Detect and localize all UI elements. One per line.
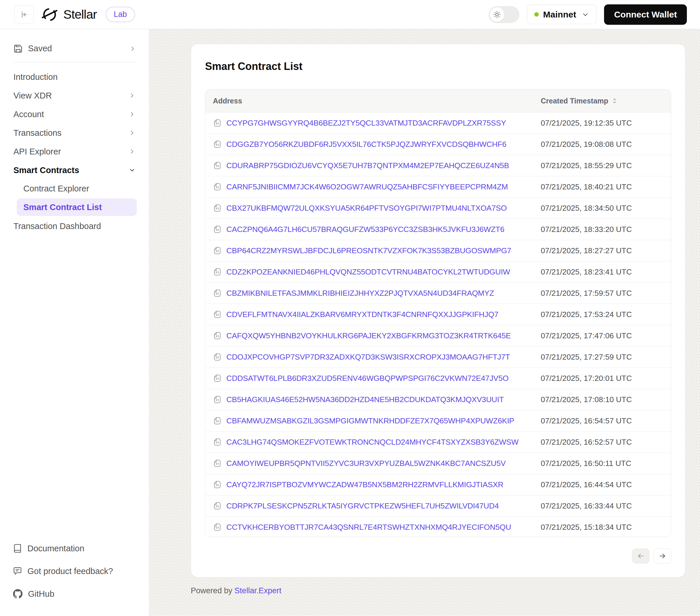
next-page-button[interactable] [654, 548, 671, 564]
sidebar-item-view-xdr[interactable]: View XDR [13, 86, 137, 105]
created-timestamp: 07/21/2025, 17:53:24 UTC [541, 310, 663, 319]
sidebar-item-saved[interactable]: Saved [13, 39, 137, 62]
sidebar-item-label: Smart Contract List [23, 203, 102, 212]
brand-logo[interactable]: Stellar Lab [42, 7, 135, 23]
documentation-link[interactable]: Documentation [13, 538, 137, 559]
created-timestamp: 07/21/2025, 17:59:57 UTC [541, 289, 663, 298]
contract-address-link[interactable]: CDRPK7PLSESKCPN5ZRLKTA5IYGRVCTPKEZW5HEFL… [226, 501, 499, 511]
sidebar-item-transactions[interactable]: Transactions [13, 124, 137, 142]
contract-address-link[interactable]: CDVEFLFMTNAVX4IIALZKBARV6MRYXTDNTK3F4CNR… [226, 310, 498, 319]
sidebar-item-contract-explorer[interactable]: Contract Explorer [13, 180, 137, 197]
created-timestamp: 07/21/2025, 17:08:10 UTC [541, 395, 663, 404]
table-row: CAMOYIWEUPBR5QPNTVII5ZYVC3UR3VXPYUZBAL5W… [205, 452, 671, 474]
stellar-expert-link[interactable]: Stellar.Expert [235, 586, 282, 595]
address-cell: CAC3LHG74QSMOKEZFVOTEWKTRONCNQCLD24MHYCF… [213, 438, 541, 447]
sidebar-item-smart-contracts[interactable]: Smart Contracts [13, 161, 137, 180]
contract-address-link[interactable]: CCYPG7GHWSGYYRQ4B6BEZJ2TY5QCL33VATMJTD3A… [226, 119, 506, 128]
powered-by-text: Powered by [191, 586, 233, 595]
contract-icon [213, 246, 222, 255]
contract-address-link[interactable]: CARNF5JNIBIICMM7JCK4W6O2OGW7AWRUQZ5AHBFC… [226, 182, 508, 191]
sidebar-item-label: Account [13, 110, 44, 119]
sidebar-item-label: View XDR [13, 91, 52, 101]
contract-icon [213, 501, 222, 510]
network-label: Mainnet [543, 10, 576, 20]
contract-address-link[interactable]: CBX27UKBFMQW72ULQXKSYUA5KR64PFTVSOYGPI7W… [226, 204, 507, 213]
address-cell: CBFAMWUZMSABKGZIL3GSMPGIGMWTNKRHDDFZE7X7… [213, 416, 541, 425]
created-timestamp: 07/21/2025, 15:18:34 UTC [541, 523, 663, 532]
theme-toggle[interactable] [489, 6, 520, 23]
contract-icon [213, 395, 222, 404]
contract-address-link[interactable]: CAC3LHG74QSMOKEZFVOTEWKTRONCNQCLD24MHYCF… [226, 438, 518, 447]
address-cell: CAFQXQW5YHBNB2VOYKHULKRG6PAJEKY2XBGFKRMG… [213, 331, 541, 341]
previous-page-button[interactable] [632, 548, 650, 564]
address-cell: CACZPNQ6A4G7LH6CU57BRAQGUFZW533P6YCC3ZSB… [213, 225, 541, 234]
created-timestamp: 07/21/2025, 18:40:21 UTC [541, 182, 663, 191]
collapse-sidebar-icon [19, 10, 28, 19]
created-timestamp: 07/21/2025, 16:33:44 UTC [541, 501, 663, 511]
created-timestamp: 07/21/2025, 16:52:57 UTC [541, 438, 663, 447]
table-row: CCYPG7GHWSGYYRQ4B6BEZJ2TY5QCL33VATMJTD3A… [205, 112, 671, 133]
footer-link-label: Documentation [27, 544, 84, 553]
sidebar-item-introduction[interactable]: Introduction [13, 68, 137, 86]
contract-address-link[interactable]: CBZMIKBNILETFASJMMKLRIBHIEIZJHHYXZ2PJQTV… [226, 289, 494, 298]
address-cell: CDVEFLFMTNAVX4IIALZKBARV6MRYXTDNTK3F4CNR… [213, 310, 541, 319]
table-row: CDOJXPCOVHGP7SVP7DR3ZADXKQ7D3KSW3ISRXCRO… [205, 346, 671, 368]
contract-address-link[interactable]: CAMOYIWEUPBR5QPNTVII5ZYVC3UR3VXPYUZBAL5W… [226, 459, 506, 468]
created-timestamp: 07/21/2025, 18:27:27 UTC [541, 246, 663, 255]
contract-icon [213, 438, 222, 446]
created-timestamp: 07/21/2025, 17:20:01 UTC [541, 374, 663, 383]
table-row: CDURABRP75GDIOZU6VCYQX5E7UH7B7QNTPXM4M2E… [205, 155, 671, 176]
contract-address-link[interactable]: CDURABRP75GDIOZU6VCYQX5E7UH7B7QNTPXM4M2E… [226, 161, 509, 170]
feedback-link[interactable]: Got product feedback? [13, 561, 137, 581]
footer-link-label: Got product feedback? [27, 566, 113, 576]
contract-address-link[interactable]: CACZPNQ6A4G7LH6CU57BRAQGUFZW533P6YCC3ZSB… [226, 225, 504, 234]
contract-address-link[interactable]: CDDSATWT6LPLB6DR3XZUD5RENV46WGBQPWPSPGI7… [226, 374, 509, 383]
contract-icon [213, 140, 222, 149]
sidebar-item-smart-contract-list[interactable]: Smart Contract List [17, 198, 137, 216]
table-row: CDRPK7PLSESKCPN5ZRLKTA5IYGRVCTPKEZW5HEFL… [205, 495, 671, 516]
address-cell: CBP64CRZ2MYRSWLJBFDCJL6PREOSNTK7VZXFOK7K… [213, 246, 541, 255]
arrow-right-icon [658, 552, 666, 560]
book-icon [13, 544, 22, 553]
sidebar-nav: Saved Introduction View XDR Account [13, 39, 137, 235]
column-header-created-timestamp[interactable]: Created Timestamp [541, 97, 663, 105]
created-timestamp: 07/21/2025, 18:33:20 UTC [541, 225, 663, 234]
contract-address-link[interactable]: CDGGZB7YO56RKZUBDF6RJ5VXX5IL76CTK5PJQZJW… [226, 140, 506, 149]
chevron-right-icon [129, 92, 136, 99]
chevron-down-icon [582, 11, 589, 18]
lab-badge: Lab [105, 7, 135, 22]
chevron-right-icon [129, 129, 136, 136]
contract-address-link[interactable]: CAFQXQW5YHBNB2VOYKHULKRG6PAJEKY2XBGFKRMG… [226, 331, 511, 341]
contract-address-link[interactable]: CCTVKHCERBYOBTTJR7CA43QSNRL7E4RTSWHZTXNH… [226, 523, 511, 532]
github-icon [13, 589, 23, 599]
sidebar-item-label: API Explorer [13, 147, 61, 156]
sidebar-item-transaction-dashboard[interactable]: Transaction Dashboard [13, 217, 137, 235]
smart-contract-list-card: Smart Contract List Address Created Time… [191, 44, 685, 578]
sort-icon [611, 98, 618, 104]
address-cell: CB5HAGKIUAS46E52HW5NA36DD2HZD4NE5HB2CDUK… [213, 395, 541, 404]
brand-name: Stellar [63, 7, 97, 22]
created-timestamp: 07/21/2025, 18:55:29 UTC [541, 161, 663, 170]
connect-wallet-button[interactable]: Connect Wallet [604, 4, 687, 25]
contract-address-link[interactable]: CDZ2KPOZEANKNIED46PHLQVQNZ55ODTCVTRNU4BA… [226, 268, 510, 277]
contract-address-link[interactable]: CBP64CRZ2MYRSWLJBFDCJL6PREOSNTK7VZXFOK7K… [226, 246, 511, 255]
contract-address-link[interactable]: CDOJXPCOVHGP7SVP7DR3ZADXKQ7D3KSW3ISRXCRO… [226, 352, 510, 362]
address-cell: CDGGZB7YO56RKZUBDF6RJ5VXX5IL76CTK5PJQZJW… [213, 140, 541, 149]
table-row: CBZMIKBNILETFASJMMKLRIBHIEIZJHHYXZ2PJQTV… [205, 282, 671, 304]
sidebar-item-label: Transaction Dashboard [13, 221, 101, 231]
address-cell: CBX27UKBFMQW72ULQXKSYUA5KR64PFTVSOYGPI7W… [213, 204, 541, 213]
stellar-logo-icon [42, 7, 58, 23]
address-cell: CAMOYIWEUPBR5QPNTVII5ZYVC3UR3VXPYUZBAL5W… [213, 459, 541, 468]
sidebar-item-api-explorer[interactable]: API Explorer [13, 142, 137, 161]
contract-address-link[interactable]: CBFAMWUZMSABKGZIL3GSMPGIGMWTNKRHDDFZE7X7… [226, 416, 514, 425]
collapse-sidebar-button[interactable] [14, 5, 34, 24]
sidebar-item-account[interactable]: Account [13, 105, 137, 124]
contract-address-link[interactable]: CB5HAGKIUAS46E52HW5NA36DD2HZD4NE5HB2CDUK… [226, 395, 504, 404]
footer-link-label: GitHub [28, 589, 54, 599]
contract-address-link[interactable]: CAYQ72JR7ISPTBOZVMYWCZADW47B5NX5BM2RH2ZR… [226, 480, 503, 489]
table-row: CDZ2KPOZEANKNIED46PHLQVQNZ55ODTCVTRNU4BA… [205, 261, 671, 282]
contract-icon [213, 352, 222, 361]
contract-icon [213, 161, 222, 170]
github-link[interactable]: GitHub [13, 583, 137, 604]
network-select[interactable]: Mainnet [527, 5, 597, 24]
